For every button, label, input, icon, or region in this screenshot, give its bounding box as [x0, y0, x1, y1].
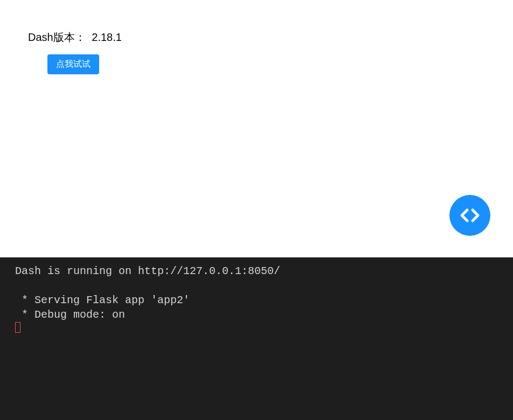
- terminal-panel[interactable]: Dash is running on http://127.0.0.1:8050…: [0, 257, 513, 420]
- cursor-icon: [15, 322, 20, 333]
- code-icon: [457, 202, 483, 228]
- terminal-line: Dash is running on http://127.0.0.1:8050…: [15, 264, 498, 278]
- terminal-blank-line: [15, 278, 498, 293]
- version-value: 2.18.1: [92, 31, 122, 43]
- dash-app-area: Dash版本： 2.18.1 点我试试: [0, 0, 513, 257]
- terminal-cursor-line: [15, 322, 498, 337]
- version-line: Dash版本： 2.18.1: [28, 30, 485, 45]
- try-button[interactable]: 点我试试: [47, 54, 99, 74]
- version-label: Dash版本：: [28, 31, 86, 43]
- dash-dev-tools-button[interactable]: [449, 195, 490, 236]
- terminal-line: * Debug mode: on: [15, 307, 498, 322]
- terminal-line: * Serving Flask app 'app2': [15, 293, 498, 307]
